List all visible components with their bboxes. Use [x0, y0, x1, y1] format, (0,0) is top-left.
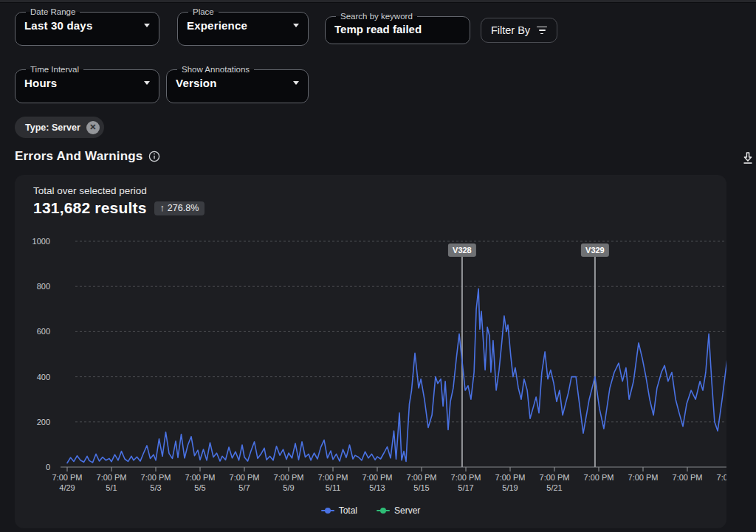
legend-item-total[interactable]: Total [321, 505, 357, 516]
svg-text:5/3: 5/3 [150, 483, 161, 492]
errors-warnings-chart[interactable]: 020040060080010007:00 PM4/297:00 PM5/17:… [15, 175, 726, 528]
download-icon[interactable] [742, 151, 755, 166]
svg-text:4/29: 4/29 [59, 483, 75, 492]
chart-legend: Total Server [15, 505, 726, 516]
place-label: Place [193, 7, 214, 16]
svg-text:400: 400 [37, 373, 50, 381]
svg-text:5/17: 5/17 [458, 483, 473, 492]
svg-text:1000: 1000 [32, 237, 50, 246]
page-title: Errors And Warnings [15, 149, 143, 164]
legend-label-total: Total [339, 505, 357, 516]
svg-text:5/11: 5/11 [326, 483, 341, 492]
time-interval-select[interactable]: Time Interval Hours [15, 64, 159, 103]
svg-text:5/19: 5/19 [502, 483, 518, 492]
svg-text:7:00 PM: 7:00 PM [362, 473, 393, 482]
show-annotations-value: Version [176, 77, 217, 89]
filter-by-label: Filter By [491, 24, 530, 36]
svg-text:5/5: 5/5 [194, 483, 205, 492]
show-annotations-label: Show Annotations [182, 65, 250, 74]
svg-text:5/13: 5/13 [369, 483, 385, 492]
svg-text:7:00 PM: 7:00 PM [673, 473, 703, 482]
place-value: Experience [187, 19, 247, 32]
time-interval-value: Hours [24, 77, 57, 89]
svg-text:7:00 PM: 7:00 PM [628, 473, 659, 482]
svg-text:600: 600 [37, 327, 50, 336]
svg-text:5/15: 5/15 [413, 483, 429, 492]
time-interval-label: Time Interval [30, 65, 79, 74]
chevron-down-icon [293, 24, 299, 27]
place-select[interactable]: Place Experience [177, 7, 309, 46]
svg-text:7:00 PM: 7:00 PM [97, 473, 127, 482]
svg-text:5/7: 5/7 [238, 483, 250, 492]
svg-text:7:00 PM: 7:00 PM [52, 473, 83, 482]
svg-text:7:00 PM: 7:00 PM [274, 473, 304, 482]
svg-text:0: 0 [46, 463, 50, 471]
date-range-value: Last 30 days [24, 19, 92, 32]
svg-text:5/9: 5/9 [283, 483, 294, 492]
svg-text:7:00 PM: 7:00 PM [185, 473, 216, 482]
date-range-label: Date Range [30, 7, 75, 16]
search-input[interactable] [334, 20, 461, 38]
svg-text:200: 200 [37, 418, 50, 426]
date-range-select[interactable]: Date Range Last 30 days [15, 7, 159, 46]
svg-text:7:00 PM: 7:00 PM [230, 473, 260, 482]
svg-text:5/1: 5/1 [106, 483, 117, 492]
keyword-search-field[interactable]: Search by keyword [325, 11, 470, 44]
svg-text:7:00 PM: 7:00 PM [540, 473, 570, 482]
svg-text:7:00 PM: 7:00 PM [318, 473, 348, 482]
info-icon[interactable] [148, 151, 160, 162]
filter-icon [537, 27, 547, 35]
svg-text:5/21: 5/21 [546, 483, 562, 492]
chevron-down-icon [293, 81, 299, 85]
window-top-edge [0, 0, 756, 3]
server-series-marker [377, 507, 390, 514]
legend-label-server: Server [394, 505, 420, 516]
filter-chip-type-server: Type: Server ✕ [15, 117, 104, 138]
svg-text:7:00 PM: 7:00 PM [584, 473, 614, 482]
filter-by-button[interactable]: Filter By [481, 18, 557, 43]
show-annotations-select[interactable]: Show Annotations Version [166, 64, 309, 103]
legend-item-server[interactable]: Server [377, 505, 420, 516]
chip-close-icon[interactable]: ✕ [86, 121, 100, 134]
svg-text:7:00 PM: 7:00 PM [717, 473, 726, 482]
chip-label: Type: Server [25, 122, 80, 133]
svg-text:7:00 PM: 7:00 PM [495, 473, 526, 482]
svg-text:7:00 PM: 7:00 PM [451, 473, 481, 482]
chevron-down-icon [144, 24, 150, 27]
section-header: Errors And Warnings [15, 149, 160, 164]
svg-text:800: 800 [37, 282, 50, 291]
svg-text:V328: V328 [453, 246, 472, 255]
svg-text:7:00 PM: 7:00 PM [407, 473, 437, 482]
errors-warnings-panel: Total over selected period 131,682 resul… [15, 175, 726, 528]
svg-text:7:00 PM: 7:00 PM [141, 473, 171, 482]
chevron-down-icon [144, 81, 150, 85]
total-series-marker [321, 507, 334, 514]
svg-text:V329: V329 [585, 246, 605, 255]
